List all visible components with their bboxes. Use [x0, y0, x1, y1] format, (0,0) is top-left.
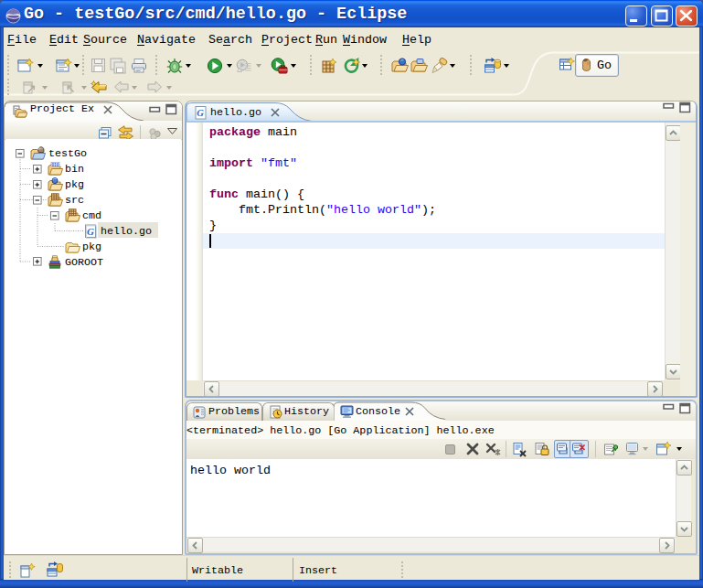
svg-text:G: G [197, 108, 204, 118]
svg-text:010: 010 [51, 163, 59, 167]
svg-text:G: G [87, 226, 94, 237]
